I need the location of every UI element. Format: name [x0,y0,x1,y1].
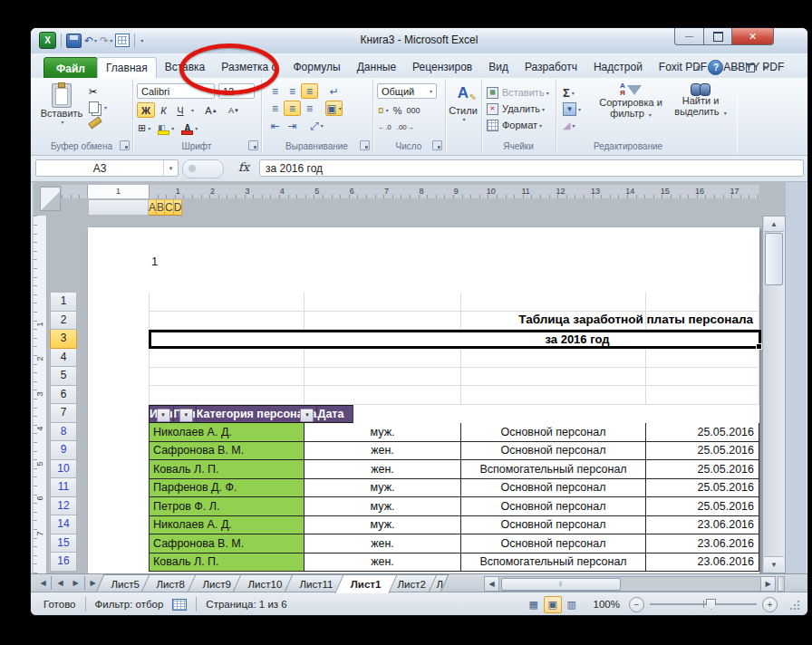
copy-button[interactable]: ▾ [89,100,107,115]
align-bottom-button[interactable]: ≡ [301,83,318,99]
cell-name[interactable]: Николаев А. Д. [149,516,304,535]
cell-date[interactable]: 23.06.2016 [646,554,759,573]
percent-style-button[interactable]: % [392,102,403,118]
column-header[interactable]: C [165,199,174,216]
cell-category[interactable]: Основной персонал [461,516,646,535]
chevron-down-icon[interactable]: ▾ [191,107,194,113]
ribbon-tab[interactable]: Надстрой [585,57,651,78]
borders-button[interactable]: ⊞▾ [137,120,151,136]
formula-input[interactable]: за 2016 год [259,159,804,177]
cell-category[interactable]: Основной персонал [461,497,646,516]
italic-button[interactable]: К [156,102,171,118]
increase-decimal-button[interactable]: ←.0 [377,120,392,135]
bold-button[interactable]: Ж [137,102,155,118]
ribbon-tab[interactable]: Данные [349,57,404,78]
wrap-text-button[interactable]: ↵ [325,83,343,99]
row-header[interactable]: 9 [50,441,77,460]
cell-gender[interactable]: муж. [304,423,461,442]
zoom-slider[interactable] [650,603,757,605]
underline-button[interactable]: Ч [172,102,188,118]
align-middle-button[interactable]: ≡ [284,83,301,99]
minimize-button[interactable]: — [674,28,704,45]
empty-row-6[interactable] [149,386,761,405]
zoom-in-button[interactable]: + [762,597,778,612]
cell-name[interactable]: Сафронова В. М. [149,534,304,554]
view-page-break-button[interactable]: ▥ [563,596,581,613]
title-row[interactable]: Таблица заработной платы персонала [149,312,761,331]
table-row[interactable]: Коваль Л. П. жен. Вспомогательный персон… [149,460,761,479]
decrease-indent-button[interactable]: ⇤ [266,118,284,133]
cell-date[interactable]: 25.05.2016 [646,479,759,498]
row-header[interactable]: 5 [50,367,77,386]
align-left-button[interactable]: ≡ [266,101,284,116]
table-header-cell[interactable]: Дата ▾ [317,405,353,424]
row-header[interactable]: 11 [50,478,77,497]
cell-gender[interactable]: жен. [304,460,461,479]
decrease-decimal-button[interactable]: .00→ [396,120,415,135]
sheet-tab[interactable]: Лист1 [334,574,397,593]
scroll-left-button[interactable]: ◀ [484,576,499,592]
workbook-close-icon[interactable]: ✕ [762,63,769,72]
row-header[interactable]: 7 [50,404,77,423]
horizontal-scroll-track[interactable]: ⦀ [499,576,760,592]
macro-record-icon[interactable] [172,599,187,611]
table-row[interactable]: Сафронова В. М. жен. Основной персонал 2… [149,534,761,554]
row-header[interactable]: 14 [50,515,77,534]
table-row[interactable]: Николаев А. Д. муж. Основной персонал 23… [149,516,761,535]
zoom-level[interactable]: 100% [594,599,620,610]
dialog-launcher-icon[interactable] [360,140,370,150]
empty-row-5[interactable] [149,368,761,387]
format-cells-button[interactable]: Формат▾ [487,117,549,133]
cell-date[interactable]: 23.06.2016 [646,516,759,535]
column-header[interactable]: D [174,199,183,216]
cell-gender[interactable]: муж. [304,497,461,516]
fill-color-button[interactable]: ◧▾ [157,120,175,136]
zoom-slider-handle[interactable] [706,599,716,610]
restore-button[interactable] [704,28,732,45]
name-box[interactable]: A3 ▾ [35,159,179,177]
filter-dropdown-button[interactable]: ▾ [179,409,193,422]
row-header[interactable]: 16 [50,553,77,572]
format-painter-button[interactable] [89,115,107,130]
cell-category[interactable]: Основной персонал [461,423,646,442]
paste-button[interactable]: Вставить ▾ [40,83,83,125]
column-header[interactable]: B [157,199,165,216]
cell-date[interactable]: 25.05.2016 [646,460,759,479]
tab-file[interactable]: Файл [44,57,98,80]
align-top-button[interactable]: ≡ [266,83,284,99]
increase-indent-button[interactable]: ⇥ [284,118,301,133]
cell-name[interactable]: Николаев А. Д. [149,423,304,442]
row-header[interactable]: 6 [50,386,77,405]
cell-gender[interactable]: муж. [304,516,461,535]
dialog-launcher-icon[interactable] [120,140,130,150]
accounting-format-button[interactable]: ¤▾ [377,102,390,118]
table-header-cell[interactable]: Категория персонала ▾ [197,405,318,424]
comma-style-button[interactable]: 000 [405,102,420,118]
find-select-button[interactable]: Найти и выделить ▾ [668,82,733,119]
selected-cell-a3[interactable]: за 2016 год [149,330,761,349]
cell-category[interactable]: Вспомогательный персонал [461,460,646,479]
workbook-minimize-icon[interactable]: — [730,63,739,72]
table-header-cell[interactable]: Имя ▾ [149,405,174,424]
ribbon-tab[interactable]: Рецензиров [404,57,480,78]
ribbon-tab[interactable]: Разработч [517,57,585,78]
tab-split-handle[interactable] [778,576,785,592]
cell-name[interactable]: Парфенов Д. Ф. [149,479,304,498]
minimize-ribbon-icon[interactable]: ∧ [695,63,701,72]
row-header[interactable]: 8 [50,423,77,442]
row-header[interactable]: 4 [50,349,77,368]
cell-gender[interactable]: жен. [304,534,461,554]
chevron-down-icon[interactable]: ▾ [163,160,178,176]
cell-category[interactable]: Вспомогательный персонал [461,554,646,573]
scroll-up-button[interactable]: ▲ [764,217,784,232]
row-header[interactable]: 10 [50,460,77,479]
cell-date[interactable]: 25.05.2016 [646,497,759,516]
dialog-launcher-icon[interactable] [248,140,258,150]
cell-gender[interactable]: муж. [304,479,461,498]
number-format-combo[interactable]: Общий▾ [377,83,437,99]
sort-filter-button[interactable]: АЯ Сортировка и фильтр ▾ [595,82,666,120]
scroll-down-button[interactable]: ▼ [764,556,784,572]
font-color-button[interactable]: А▾ [180,120,198,136]
table-row[interactable]: Николаев А. Д. муж. Основной персонал 25… [149,423,761,442]
empty-row-4[interactable] [149,349,761,368]
